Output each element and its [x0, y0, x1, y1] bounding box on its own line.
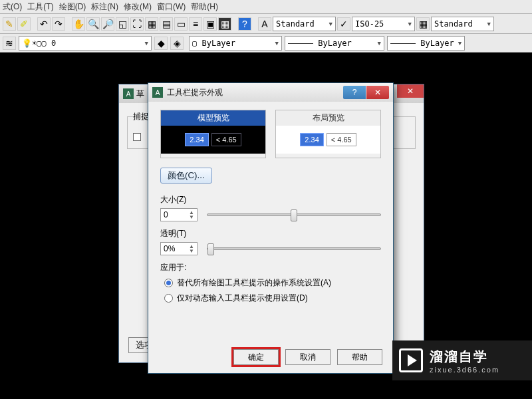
undo-icon[interactable]: ↶ [37, 17, 51, 31]
dialog-title: 工具栏提示外观 [167, 87, 338, 98]
help-icon[interactable]: ? [238, 17, 251, 31]
layer-prev-icon[interactable]: ◆ [154, 37, 168, 50]
grid-icon[interactable]: ▤ [160, 17, 173, 31]
apply-dyn-radio[interactable] [164, 294, 173, 303]
transparency-value: 0% [164, 244, 175, 253]
model-dim-y: < 4.65 [211, 133, 241, 146]
menu-tools[interactable]: 工具(T) [27, 1, 53, 13]
spinner-arrows-icon[interactable]: ▲▼ [189, 244, 194, 253]
app-icon: A [123, 88, 134, 99]
help-button[interactable]: 帮助 [337, 349, 382, 365]
size-spinner[interactable]: 0 ▲▼ [160, 208, 198, 221]
layout-dim-y: < 4.65 [327, 133, 356, 146]
watermark-name: 溜溜自学 [430, 348, 499, 366]
props-icon[interactable]: ≡ [189, 17, 202, 31]
table-style-combo[interactable]: Standard▼ [431, 17, 494, 31]
layer-manage-icon[interactable]: ◈ [170, 37, 184, 50]
sheet-icon[interactable]: ▭ [174, 17, 188, 31]
menu-draw[interactable]: 绘图(D) [59, 1, 86, 13]
color-combo[interactable]: ▢ ByLayer▼ [189, 36, 282, 51]
apply-to-label: 应用于: [160, 262, 381, 273]
color-value: ▢ ByLayer [192, 39, 235, 48]
menu-help[interactable]: 帮助(H) [191, 1, 218, 13]
pan-icon[interactable]: ✋ [72, 17, 85, 31]
size-value: 0 [164, 210, 168, 219]
zoom-in-icon[interactable]: 🔍 [86, 17, 100, 31]
zoom-window-icon[interactable]: ◱ [116, 17, 129, 31]
close-button[interactable]: ✕ [366, 86, 389, 99]
layers-icon[interactable]: ▦ [145, 17, 158, 31]
transparency-slider-thumb[interactable] [207, 243, 214, 255]
size-slider[interactable] [207, 213, 381, 216]
tooltip-appearance-dialog: A 工具栏提示外观 ? ✕ 模型预览 2.34 < 4.65 布局预览 2.34… [148, 82, 394, 374]
menu-format[interactable]: 式(O) [3, 1, 22, 13]
text-style-combo[interactable]: Standard▼ [273, 17, 336, 31]
apply-dyn-label: 仅对动态输入工具栏提示使用设置(D) [177, 293, 308, 304]
close-button[interactable]: ✕ [397, 84, 424, 98]
watermark: 溜溜自学 zixue.3d66.com [392, 340, 532, 380]
dim-style-value: ISO-25 [355, 19, 384, 29]
dim-style-combo[interactable]: ISO-25▼ [352, 17, 415, 31]
block-icon[interactable]: ▣ [203, 17, 217, 31]
menubar: 式(O) 工具(T) 绘图(D) 标注(N) 修改(M) 窗口(W) 帮助(H) [0, 0, 532, 14]
size-label: 大小(Z) [160, 194, 381, 205]
lineweight-value: ByLayer [390, 39, 454, 48]
menu-dimension[interactable]: 标注(N) [91, 1, 118, 13]
table-style-value: Standard [434, 19, 473, 29]
zoom-extent-icon[interactable]: ⛶ [130, 17, 144, 31]
layer-combo[interactable]: 💡☀▢▢ 0▼ [19, 36, 152, 51]
model-dim-x: 2.34 [185, 133, 208, 146]
cancel-button[interactable]: 取消 [285, 349, 331, 365]
linetype-value: ByLayer [288, 39, 352, 48]
context-help-button[interactable]: ? [343, 86, 366, 99]
menu-window[interactable]: 窗口(W) [157, 1, 186, 13]
dialog-titlebar[interactable]: A 工具栏提示外观 ? ✕ [148, 83, 393, 102]
redo-icon[interactable]: ↷ [52, 17, 65, 31]
layout-preview: 布局预览 2.34 < 4.65 [275, 110, 381, 158]
highlight-icon[interactable]: ✐ [17, 17, 31, 31]
toolbar-properties: ≋ 💡☀▢▢ 0▼ ◆ ◈ ▢ ByLayer▼ ByLayer▼ ByLaye… [0, 34, 532, 53]
watermark-url: zixue.3d66.com [430, 366, 499, 374]
toolbar-main: ✎ ✐ ↶ ↷ ✋ 🔍 🔎 ◱ ⛶ ▦ ▤ ▭ ≡ ▣ ▦ ? A Standa… [0, 14, 532, 34]
calc-icon[interactable]: ▦ [218, 17, 231, 31]
layer-states-icon[interactable]: ≋ [3, 37, 16, 50]
dim-style-icon[interactable]: ✓ [337, 17, 350, 31]
layer-value: 💡☀▢▢ 0 [22, 39, 56, 48]
linetype-combo[interactable]: ByLayer▼ [285, 36, 384, 51]
pencil-icon[interactable]: ✎ [3, 17, 16, 31]
spinner-arrows-icon[interactable]: ▲▼ [189, 210, 194, 219]
zoom-out-icon[interactable]: 🔎 [101, 17, 114, 31]
model-preview-header: 模型预览 [161, 110, 265, 126]
apply-all-label: 替代所有绘图工具栏提示的操作系统设置(A) [177, 277, 331, 289]
text-style-value: Standard [276, 19, 315, 29]
snap-checkbox[interactable] [133, 133, 141, 141]
play-icon [399, 348, 423, 372]
layout-preview-header: 布局预览 [276, 110, 380, 126]
transparency-label: 透明(T) [160, 228, 381, 239]
model-preview: 模型预览 2.34 < 4.65 [160, 110, 266, 158]
colors-button[interactable]: 颜色(C)... [160, 168, 212, 184]
layout-dim-x: 2.34 [300, 133, 323, 146]
apply-all-radio[interactable] [164, 279, 173, 287]
snap-legend: 捕捉 [133, 111, 149, 122]
lineweight-combo[interactable]: ByLayer▼ [387, 36, 465, 51]
menu-modify[interactable]: 修改(M) [124, 1, 152, 13]
table-style-icon[interactable]: ▦ [416, 17, 430, 31]
app-icon: A [152, 87, 163, 98]
text-style-icon[interactable]: A [258, 17, 271, 31]
size-slider-thumb[interactable] [291, 209, 297, 221]
under-dialog-title: 草 [136, 88, 144, 100]
transparency-spinner[interactable]: 0% ▲▼ [160, 242, 198, 255]
ok-button[interactable]: 确定 [233, 349, 279, 365]
transparency-slider[interactable] [207, 247, 381, 250]
